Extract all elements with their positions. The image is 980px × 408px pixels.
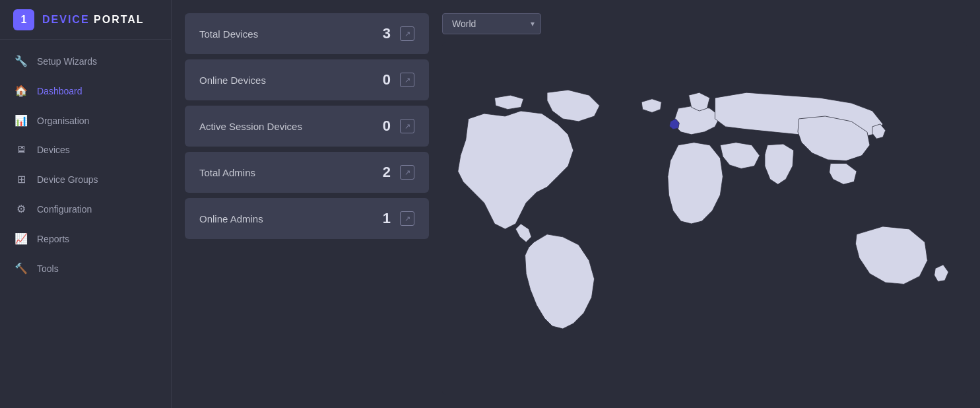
stat-value: 1 — [383, 210, 391, 227]
sidebar-item-label: Device Groups — [37, 174, 98, 185]
dashboard-icon: 🏠 — [15, 85, 28, 97]
sidebar-item-label: Dashboard — [37, 86, 82, 96]
main-content: Total Devices 3 ↗ Online Devices 0 ↗ Act… — [172, 0, 980, 408]
sidebar-item-label: Tools — [37, 263, 59, 274]
sidebar-item-label: Devices — [37, 145, 70, 155]
app-logo: 1 DEVICE PORTAL — [0, 0, 171, 40]
sidebar-item-label: Setup Wizards — [37, 56, 97, 67]
stat-label: Total Admins — [199, 167, 255, 178]
configuration-icon: ⚙ — [15, 203, 28, 215]
stat-value: 2 — [383, 164, 391, 181]
stats-column: Total Devices 3 ↗ Online Devices 0 ↗ Act… — [185, 13, 429, 395]
sidebar-item-devices[interactable]: 🖥 Devices — [0, 135, 171, 164]
map-area: WorldEuropeAmericasAsiaAfricaOceania — [442, 13, 967, 395]
stat-value: 3 — [383, 25, 391, 42]
sidebar-item-configuration[interactable]: ⚙ Configuration — [0, 194, 171, 224]
stat-value: 0 — [383, 71, 391, 88]
sidebar-item-organisation[interactable]: 📊 Organisation — [0, 106, 171, 135]
external-link-icon[interactable]: ↗ — [400, 73, 414, 87]
logo-text: DEVICE PORTAL — [42, 14, 145, 26]
external-link-icon[interactable]: ↗ — [400, 165, 414, 180]
sidebar-nav: 🔧 Setup Wizards 🏠 Dashboard 📊 Organisati… — [0, 40, 171, 408]
region-select-wrapper[interactable]: WorldEuropeAmericasAsiaAfricaOceania — [442, 13, 541, 34]
stat-label: Online Devices — [199, 75, 266, 86]
sidebar: 1 DEVICE PORTAL 🔧 Setup Wizards 🏠 Dashbo… — [0, 0, 172, 408]
map-controls: WorldEuropeAmericasAsiaAfricaOceania — [442, 13, 967, 34]
stat-card-total-devices[interactable]: Total Devices 3 ↗ — [185, 13, 429, 54]
external-link-icon[interactable]: ↗ — [400, 26, 414, 41]
stat-card-online-admins[interactable]: Online Admins 1 ↗ — [185, 198, 429, 239]
stat-right: 0 ↗ — [383, 118, 414, 135]
content-area: Total Devices 3 ↗ Online Devices 0 ↗ Act… — [185, 13, 967, 395]
stat-label: Active Session Devices — [199, 121, 302, 132]
stat-card-total-admins[interactable]: Total Admins 2 ↗ — [185, 152, 429, 193]
world-map — [442, 42, 967, 395]
stat-right: 2 ↗ — [383, 164, 414, 181]
sidebar-item-reports[interactable]: 📈 Reports — [0, 224, 171, 254]
devices-icon: 🖥 — [15, 144, 28, 156]
sidebar-item-setup-wizards[interactable]: 🔧 Setup Wizards — [0, 46, 171, 76]
stat-card-active-session-devices[interactable]: Active Session Devices 0 ↗ — [185, 106, 429, 147]
tools-icon: 🔨 — [15, 262, 28, 275]
setup-wizards-icon: 🔧 — [15, 55, 28, 67]
sidebar-item-label: Configuration — [37, 204, 92, 215]
reports-icon: 📈 — [15, 232, 28, 245]
sidebar-item-dashboard[interactable]: 🏠 Dashboard — [0, 76, 171, 106]
stat-label: Total Devices — [199, 28, 258, 40]
external-link-icon[interactable]: ↗ — [400, 211, 414, 226]
sidebar-item-label: Reports — [37, 234, 69, 244]
stat-card-online-devices[interactable]: Online Devices 0 ↗ — [185, 59, 429, 100]
logo-icon: 1 — [13, 9, 34, 30]
sidebar-item-tools[interactable]: 🔨 Tools — [0, 254, 171, 283]
stat-value: 0 — [383, 118, 391, 135]
external-link-icon[interactable]: ↗ — [400, 119, 414, 133]
region-select[interactable]: WorldEuropeAmericasAsiaAfricaOceania — [442, 13, 541, 34]
device-groups-icon: ⊞ — [15, 173, 28, 186]
organisation-icon: 📊 — [15, 114, 28, 127]
stat-label: Online Admins — [199, 213, 263, 224]
stat-right: 3 ↗ — [383, 25, 414, 42]
sidebar-item-device-groups[interactable]: ⊞ Device Groups — [0, 164, 171, 194]
stat-right: 0 ↗ — [383, 71, 414, 88]
sidebar-item-label: Organisation — [37, 116, 89, 126]
stat-right: 1 ↗ — [383, 210, 414, 227]
